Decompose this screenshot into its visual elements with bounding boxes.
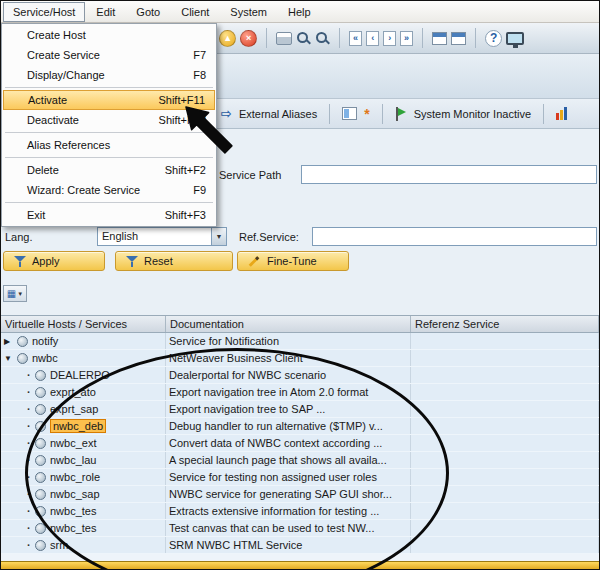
table-row[interactable]: ▶notifyService for Notification [1, 333, 599, 350]
column-header-services[interactable]: Virtuelle Hosts / Services [1, 316, 166, 332]
last-page-icon[interactable]: » [400, 31, 413, 46]
menu-item-create-service[interactable]: Create ServiceF7 [3, 45, 215, 65]
table-row[interactable]: ▼nwbcNetWeaver Business Client [1, 350, 599, 367]
menu-item-label: Wizard: Create Service [27, 184, 181, 196]
menu-item-alias-references[interactable]: Alias References [3, 135, 215, 155]
menu-separator [5, 202, 213, 203]
reset-button[interactable]: Reset [115, 251, 233, 271]
print-icon[interactable] [276, 32, 292, 45]
customize-layout-icon[interactable] [506, 32, 524, 45]
help-icon[interactable]: ? [485, 30, 502, 47]
menu-item-shortcut: Shift+F12 [159, 114, 206, 126]
toolbar-separator [382, 104, 383, 124]
service-path-input[interactable] [301, 165, 597, 184]
table-row[interactable]: ·exprt_sapExport navigation tree to SAP … [1, 401, 599, 418]
menu-item-exit[interactable]: ExitShift+F3 [3, 205, 215, 225]
service-name[interactable]: notify [32, 335, 58, 347]
menubar-item-edit[interactable]: Edit [86, 2, 125, 22]
service-name[interactable]: srm [50, 539, 68, 551]
service-icon [35, 455, 46, 466]
menu-item-label: Alias References [27, 139, 194, 151]
menu-item-create-host[interactable]: Create Host [3, 25, 215, 45]
tree-collapsed-icon[interactable]: ▶ [4, 337, 17, 346]
service-name[interactable]: nwbc_tes [50, 505, 96, 517]
column-header-documentation[interactable]: Documentation [166, 316, 411, 332]
service-doc: Dealerportal for NWBC scenario [169, 369, 326, 381]
table-row[interactable]: ·nwbc_debDebug handler to run alternativ… [1, 418, 599, 435]
toolbar-separator [475, 28, 476, 48]
table-row[interactable]: ·srmSRM NWBC HTML Service [1, 537, 599, 554]
table-row[interactable]: ·nwbc_roleService for testing non assign… [1, 469, 599, 486]
menu-item-label: Deactivate [27, 114, 147, 126]
menu-item-display-change[interactable]: Display/ChangeF8 [3, 65, 215, 85]
table-row[interactable]: ·nwbc_tesTest canvas that can be used to… [1, 520, 599, 537]
menu-item-wizard-create-service[interactable]: Wizard: Create ServiceF9 [3, 180, 215, 200]
sap-gui-window: Service/HostEditGotoClientSystemHelp ✓ «… [0, 0, 600, 570]
service-doc: Extracts extensive information for testi… [169, 505, 379, 517]
tree-leaf-dot: · [27, 403, 35, 415]
filter-icon [126, 255, 138, 267]
layout-settings-button[interactable]: ▦ ▼ [3, 285, 27, 302]
service-name[interactable]: nwbc_deb [50, 419, 106, 433]
menu-item-shortcut: F8 [193, 69, 206, 81]
statistics-icon[interactable] [556, 107, 567, 120]
find-icon[interactable] [296, 31, 311, 46]
create-shortcut-icon[interactable] [451, 32, 466, 45]
wizard-wand-icon[interactable]: * [364, 106, 369, 122]
menubar-item-service-host[interactable]: Service/Host [3, 2, 85, 22]
table-row[interactable]: ·nwbc_sapNWBC service for generating SAP… [1, 486, 599, 503]
table-row[interactable]: ·nwbc_tesExtracts extensive information … [1, 503, 599, 520]
next-page-icon[interactable]: › [383, 31, 396, 46]
new-session-icon[interactable] [432, 32, 447, 45]
table-row[interactable]: ·exprt_atoExport navigation tree in Atom… [1, 384, 599, 401]
menu-item-deactivate[interactable]: DeactivateShift+F12 [3, 110, 215, 130]
menu-item-shortcut: F7 [193, 49, 206, 61]
menu-item-delete[interactable]: DeleteShift+F2 [3, 160, 215, 180]
service-doc: Test canvas that can be used to test NW.… [169, 522, 374, 534]
system-monitor-button[interactable]: System Monitor Inactive [414, 108, 531, 120]
previous-page-icon[interactable]: ‹ [366, 31, 379, 46]
chevron-down-icon[interactable]: ▼ [211, 228, 226, 245]
apply-button[interactable]: Apply [3, 251, 105, 271]
service-icon [35, 523, 46, 534]
ref-service-input[interactable] [312, 227, 597, 246]
fine-tune-button[interactable]: Fine-Tune [237, 251, 349, 271]
menubar-item-help[interactable]: Help [278, 2, 321, 22]
toolbar-separator [422, 28, 423, 48]
service-name[interactable]: exprt_sap [50, 403, 98, 415]
column-header-referenz-service[interactable]: Referenz Service [411, 316, 599, 332]
language-combo[interactable]: English ▼ [97, 227, 227, 246]
tree-leaf-dot: · [27, 505, 35, 517]
menubar-item-system[interactable]: System [220, 2, 277, 22]
cancel-icon[interactable]: × [240, 30, 257, 47]
service-name[interactable]: nwbc [32, 352, 58, 364]
referenz-service-cell [411, 469, 599, 485]
exit-icon[interactable]: ▲ [219, 30, 236, 47]
referenz-service-cell [411, 384, 599, 400]
service-name[interactable]: nwbc_role [50, 471, 100, 483]
find-next-icon[interactable] [315, 31, 330, 46]
table-row[interactable]: ·nwbc_extConvert data of NWBC context ac… [1, 435, 599, 452]
table-row[interactable]: ·nwbc_lauA special launch page that show… [1, 452, 599, 469]
monitor-flag-icon[interactable] [395, 107, 407, 121]
service-name[interactable]: nwbc_sap [50, 488, 100, 500]
external-aliases-button[interactable]: External Aliases [239, 108, 317, 120]
chevron-down-icon: ▼ [17, 291, 23, 297]
service-icon [35, 540, 46, 551]
external-alias-icon: ⇨ [221, 106, 232, 121]
service-name[interactable]: DEALERPO [50, 369, 110, 381]
table-row[interactable]: ·DEALERPODealerportal for NWBC scenario [1, 367, 599, 384]
tree-leaf-dot: · [27, 454, 35, 466]
service-name[interactable]: nwbc_ext [50, 437, 96, 449]
menu-item-activate[interactable]: ActivateShift+F11 [3, 90, 215, 110]
service-name[interactable]: nwbc_tes [50, 522, 96, 534]
first-page-icon[interactable]: « [349, 31, 362, 46]
display-board-icon[interactable] [342, 107, 357, 120]
service-name[interactable]: exprt_ato [50, 386, 96, 398]
services-table: Virtuelle Hosts / Services Documentation… [1, 315, 599, 561]
tree-expanded-icon[interactable]: ▼ [4, 354, 17, 363]
menu-separator [5, 132, 213, 133]
menubar-item-goto[interactable]: Goto [126, 2, 170, 22]
menubar-item-client[interactable]: Client [171, 2, 219, 22]
service-name[interactable]: nwbc_lau [50, 454, 96, 466]
